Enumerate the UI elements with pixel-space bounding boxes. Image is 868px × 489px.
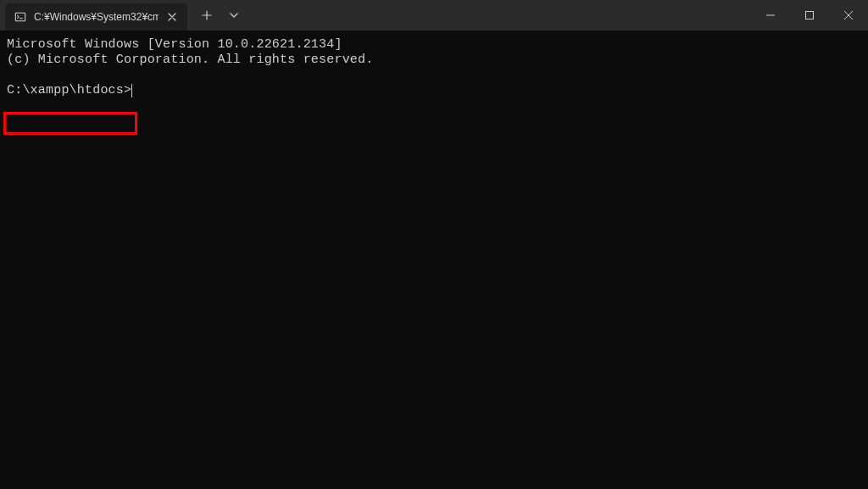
svg-rect-3 bbox=[806, 12, 814, 19]
tab-actions bbox=[187, 0, 247, 31]
terminal-tab[interactable]: C:¥Windows¥System32¥cmd.e bbox=[5, 3, 187, 31]
terminal-output-line: (c) Microsoft Corporation. All rights re… bbox=[7, 53, 861, 68]
tab-title: C:¥Windows¥System32¥cmd.e bbox=[34, 11, 159, 23]
terminal-area[interactable]: Microsoft Windows [Version 10.0.22621.21… bbox=[0, 31, 868, 489]
terminal-prompt-line: C:\xampp\htdocs> bbox=[7, 83, 861, 98]
titlebar-drag-area[interactable] bbox=[247, 0, 751, 31]
window-close-button[interactable] bbox=[829, 0, 868, 31]
new-tab-button[interactable] bbox=[194, 3, 220, 28]
tab-dropdown-button[interactable] bbox=[221, 3, 247, 28]
maximize-button[interactable] bbox=[790, 0, 829, 31]
cmd-icon bbox=[14, 10, 27, 24]
minimize-button[interactable] bbox=[751, 0, 790, 31]
terminal-prompt: C:\xampp\htdocs> bbox=[7, 83, 131, 98]
tab-close-button[interactable] bbox=[165, 10, 179, 24]
annotation-highlight bbox=[3, 112, 137, 135]
cursor bbox=[131, 84, 132, 97]
terminal-blank-line bbox=[7, 68, 861, 83]
svg-rect-0 bbox=[15, 13, 25, 21]
window-controls bbox=[751, 0, 868, 31]
titlebar: C:¥Windows¥System32¥cmd.e bbox=[0, 0, 868, 31]
terminal-output-line: Microsoft Windows [Version 10.0.22621.21… bbox=[7, 37, 861, 53]
